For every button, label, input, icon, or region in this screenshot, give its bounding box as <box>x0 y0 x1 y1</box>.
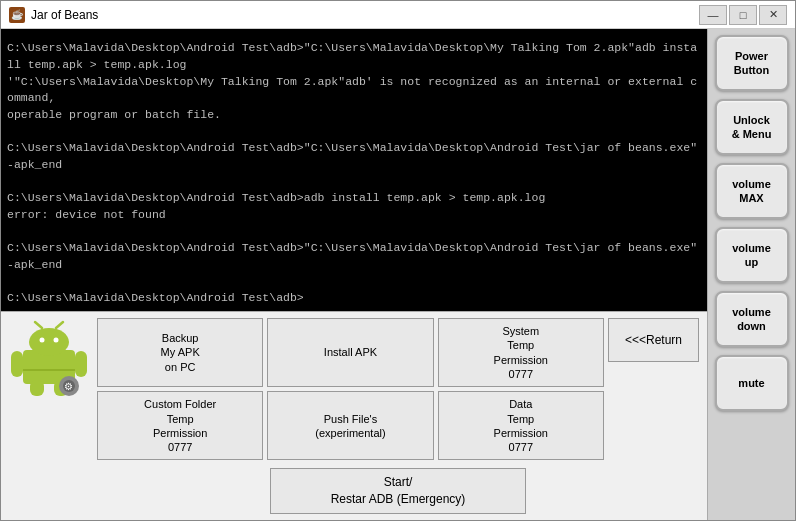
svg-text:⚙: ⚙ <box>64 381 73 392</box>
unlock-menu-button[interactable]: Unlock& Menu <box>715 99 789 155</box>
power-button[interactable]: PowerButton <box>715 35 789 91</box>
backup-apk-button[interactable]: BackupMy APKon PC <box>97 318 263 387</box>
custom-folder-permission-button[interactable]: Custom FolderTempPermission0777 <box>97 391 263 460</box>
system-temp-permission-button[interactable]: SystemTempPermission0777 <box>438 318 604 387</box>
bottom-panel: ⚙ BackupMy APKon PC Install APK SystemTe… <box>1 311 707 520</box>
title-bar: ☕ Jar of Beans — □ ✕ <box>1 1 795 29</box>
android-icon: ⚙ <box>9 318 89 398</box>
push-files-button[interactable]: Push File's(experimental) <box>267 391 433 460</box>
svg-line-5 <box>56 322 63 328</box>
return-button[interactable]: <<<Return <box>608 318 699 362</box>
start-adb-button[interactable]: Start/Restar ADB (Emergency) <box>270 468 527 514</box>
return-area: <<<Return <box>608 318 699 362</box>
volume-down-button[interactable]: volumedown <box>715 291 789 347</box>
svg-point-3 <box>54 338 59 343</box>
data-temp-permission-button[interactable]: DataTempPermission0777 <box>438 391 604 460</box>
svg-point-2 <box>40 338 45 343</box>
maximize-button[interactable]: □ <box>729 5 757 25</box>
volume-up-button[interactable]: volumeup <box>715 227 789 283</box>
terminal-area: Already connected to localhost:5576 C:\U… <box>1 29 707 520</box>
right-panel: PowerButton Unlock& Menu volumeMAX volum… <box>707 29 795 520</box>
minimize-button[interactable]: — <box>699 5 727 25</box>
mute-button[interactable]: mute <box>715 355 789 411</box>
android-svg: ⚙ <box>9 318 89 398</box>
svg-point-1 <box>29 328 69 356</box>
window-title: Jar of Beans <box>31 8 699 22</box>
terminal-output[interactable]: Already connected to localhost:5576 C:\U… <box>1 29 707 311</box>
svg-rect-7 <box>75 351 87 377</box>
button-row-2: Custom FolderTempPermission0777 Push Fil… <box>97 391 604 460</box>
svg-line-4 <box>35 322 42 328</box>
svg-rect-6 <box>11 351 23 377</box>
main-window: ☕ Jar of Beans — □ ✕ Already connected t… <box>0 0 796 521</box>
main-content: Already connected to localhost:5576 C:\U… <box>1 29 795 520</box>
window-controls: — □ ✕ <box>699 5 787 25</box>
start-btn-row: Start/Restar ADB (Emergency) <box>97 468 699 514</box>
bottom-inner: ⚙ BackupMy APKon PC Install APK SystemTe… <box>9 318 699 514</box>
volume-max-button[interactable]: volumeMAX <box>715 163 789 219</box>
close-button[interactable]: ✕ <box>759 5 787 25</box>
app-icon: ☕ <box>9 7 25 23</box>
button-row-1: BackupMy APKon PC Install APK SystemTemp… <box>97 318 604 387</box>
install-apk-button[interactable]: Install APK <box>267 318 433 387</box>
svg-rect-8 <box>30 380 44 396</box>
